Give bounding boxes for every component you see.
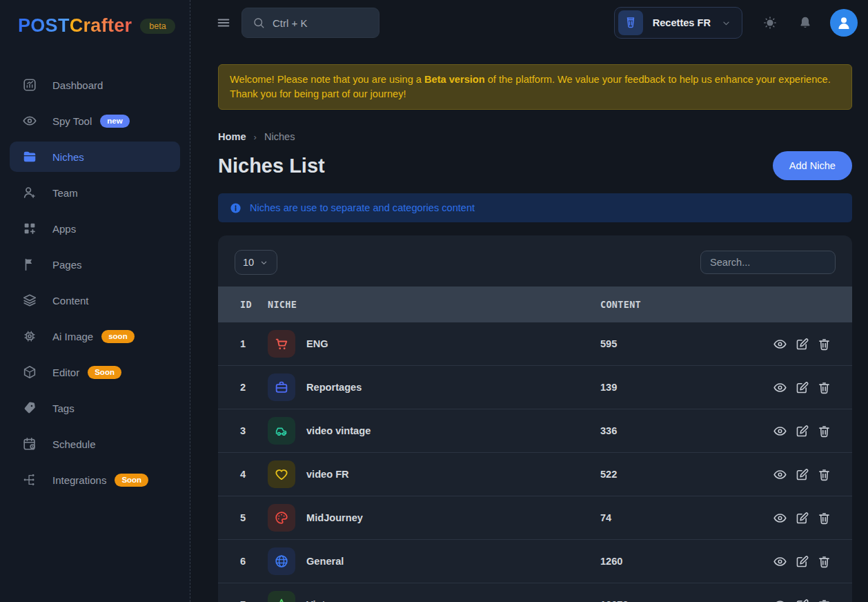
header-content: CONTENT [600, 299, 773, 310]
edit-icon [795, 467, 809, 482]
row-content-count: 16073 [600, 599, 773, 602]
niche-icon-tile [268, 330, 295, 358]
add-niche-button[interactable]: Add Niche [773, 151, 852, 180]
page-size-select[interactable]: 10 [235, 250, 277, 275]
sidebar-item-pages[interactable]: Pages [10, 249, 180, 280]
sidebar-item-team[interactable]: Team [10, 177, 180, 208]
chevron-down-icon [259, 258, 269, 268]
dashboard-icon [22, 77, 37, 93]
edit-icon [795, 554, 809, 569]
niche-name: Reportages [306, 382, 362, 393]
sidebar-item-tags[interactable]: Tags [10, 393, 180, 423]
edit-button[interactable] [795, 598, 809, 602]
edit-button[interactable] [795, 337, 809, 351]
menu-toggle-button[interactable] [216, 15, 231, 30]
integrations-icon [22, 472, 37, 487]
sidebar-item-ai-image[interactable]: Ai Image soon [10, 321, 180, 351]
trash-icon [817, 554, 831, 569]
view-button[interactable] [773, 467, 787, 482]
row-content-count: 336 [600, 425, 773, 436]
sidebar-item-label: Dashboard [52, 79, 103, 91]
palette-icon [274, 510, 289, 525]
edit-button[interactable] [795, 554, 809, 569]
sidebar-item-schedule[interactable]: Schedule [10, 429, 180, 459]
sidebar-item-spy-tool[interactable]: Spy Tool new [10, 106, 180, 136]
edit-button[interactable] [795, 467, 809, 482]
edit-button[interactable] [795, 424, 809, 438]
trash-icon [817, 467, 831, 482]
view-button[interactable] [773, 424, 787, 438]
folder-icon [22, 149, 37, 164]
niche-name: ENG [306, 338, 328, 349]
info-banner: Niches are use to separate and categorie… [218, 193, 852, 222]
sidebar-item-integrations[interactable]: Integrations Soon [10, 465, 180, 495]
sidebar-item-badge: Soon [115, 474, 148, 487]
delete-button[interactable] [817, 467, 831, 482]
niche-name: General [306, 556, 344, 567]
delete-button[interactable] [817, 424, 831, 438]
sidebar-item-badge: new [100, 115, 129, 128]
edit-icon [795, 598, 809, 602]
workspace-selector[interactable]: Recettes FR [614, 7, 742, 39]
delete-button[interactable] [817, 598, 831, 602]
edit-icon [795, 380, 809, 395]
niches-table-card: 10 ID NICHE CONTENT 1 ENG 595 2 [218, 235, 852, 602]
view-button[interactable] [773, 598, 787, 602]
avatar[interactable] [830, 9, 858, 37]
sidebar-item-apps[interactable]: Apps [10, 213, 180, 244]
sidebar-item-editor[interactable]: Editor Soon [10, 357, 180, 387]
eye-icon [773, 380, 787, 395]
trash-icon [817, 424, 831, 438]
brand-name-primary: POST [18, 15, 70, 36]
chevron-down-icon [720, 17, 732, 29]
layers-icon [22, 293, 37, 308]
sidebar-item-niches[interactable]: Niches [10, 142, 180, 172]
tag-icon [22, 400, 37, 416]
row-content-count: 139 [600, 382, 773, 393]
niche-icon-tile [268, 373, 295, 401]
trash-icon [817, 380, 831, 395]
notifications-button[interactable] [798, 15, 813, 30]
info-icon [230, 202, 241, 214]
main-content: Welcome! Please note that you are using … [190, 46, 868, 602]
delete-button[interactable] [817, 554, 831, 569]
sidebar-item-content[interactable]: Content [10, 285, 180, 315]
view-button[interactable] [773, 554, 787, 569]
table-row-general: 6 General 1260 [218, 540, 852, 583]
breadcrumb-home[interactable]: Home [218, 131, 246, 142]
delete-button[interactable] [817, 380, 831, 395]
flag-icon [22, 257, 37, 272]
view-button[interactable] [773, 380, 787, 395]
eye-icon [773, 337, 787, 351]
delete-button[interactable] [817, 511, 831, 525]
globe-icon [274, 554, 289, 569]
breadcrumb-current: Niches [264, 131, 295, 142]
edit-button[interactable] [795, 380, 809, 395]
table-row-video-vintage: 3 video vintage 336 [218, 409, 852, 453]
niche-icon-tile [268, 417, 295, 445]
view-button[interactable] [773, 511, 787, 525]
sidebar-item-badge: Soon [88, 366, 121, 379]
table-search-input[interactable] [700, 251, 836, 274]
apps-icon [22, 221, 37, 236]
row-content-count: 74 [600, 512, 773, 523]
eye-icon [773, 424, 787, 438]
delete-button[interactable] [817, 337, 831, 351]
row-id: 5 [240, 512, 268, 523]
header-id: ID [240, 299, 268, 310]
edit-icon [795, 511, 809, 525]
niche-icon-tile [268, 504, 295, 532]
sidebar-item-dashboard[interactable]: Dashboard [10, 70, 180, 100]
global-search[interactable]: Ctrl + K [241, 8, 379, 38]
welcome-banner: Welcome! Please note that you are using … [218, 64, 852, 110]
niche-name: video FR [306, 469, 349, 480]
view-button[interactable] [773, 337, 787, 351]
row-id: 6 [240, 556, 268, 567]
workspace-name: Recettes FR [653, 17, 711, 28]
row-id: 4 [240, 469, 268, 480]
brand-logo: POSTCrafter beta [8, 12, 181, 64]
theme-toggle-button[interactable] [762, 15, 778, 30]
edit-button[interactable] [795, 511, 809, 525]
sidebar-item-label: Spy Tool [52, 115, 92, 127]
user-icon [836, 14, 852, 31]
